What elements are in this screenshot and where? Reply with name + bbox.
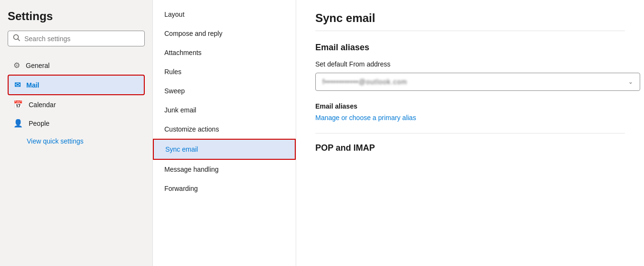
middle-item-compose-reply[interactable]: Compose and reply (153, 24, 296, 43)
middle-item-layout[interactable]: Layout (153, 5, 296, 24)
calendar-icon: 📅 (13, 100, 23, 109)
page-title: Sync email (315, 11, 625, 31)
right-panel: Sync email Email aliases Set default Fro… (296, 0, 644, 266)
people-icon: 👤 (13, 119, 23, 128)
left-panel: Settings ⚙ General ✉ Mail 📅 Calendar 👤 P… (0, 0, 153, 266)
middle-item-sweep[interactable]: Sweep (153, 81, 296, 100)
from-address-dropdown[interactable]: f••••••••••••@outlook.com ⌄ (315, 73, 640, 91)
search-input[interactable] (24, 35, 140, 43)
email-aliases-section-title: Email aliases (315, 43, 625, 53)
middle-item-rules[interactable]: Rules (153, 62, 296, 81)
middle-item-junk-email[interactable]: Junk email (153, 100, 296, 120)
pop-imap-title: POP and IMAP (315, 143, 625, 153)
settings-title: Settings (8, 10, 145, 23)
email-aliases-sub-title: Email aliases (315, 102, 625, 110)
middle-item-attachments[interactable]: Attachments (153, 43, 296, 62)
sidebar-item-label-people: People (29, 120, 50, 127)
view-quick-settings-link[interactable]: View quick settings (8, 133, 145, 150)
middle-panel: Layout Compose and reply Attachments Rul… (153, 0, 296, 266)
from-address-value: f••••••••••••@outlook.com (322, 78, 407, 86)
sidebar-item-label-calendar: Calendar (29, 101, 56, 109)
sidebar-item-general[interactable]: ⚙ General (8, 56, 145, 75)
manage-alias-link[interactable]: Manage or choose a primary alias (315, 114, 625, 122)
middle-item-customize-actions[interactable]: Customize actions (153, 120, 296, 139)
search-box[interactable] (8, 31, 145, 46)
gear-icon: ⚙ (13, 61, 20, 70)
sidebar-item-people[interactable]: 👤 People (8, 114, 145, 133)
set-default-label: Set default From address (315, 60, 625, 68)
middle-item-sync-email[interactable]: Sync email (153, 139, 296, 160)
sidebar-item-label-mail: Mail (26, 81, 39, 89)
sidebar-item-mail[interactable]: ✉ Mail (8, 75, 145, 95)
sidebar-item-calendar[interactable]: 📅 Calendar (8, 95, 145, 114)
sidebar-item-label-general: General (26, 62, 50, 69)
search-icon (13, 34, 21, 43)
mail-icon: ✉ (14, 80, 21, 89)
svg-line-1 (18, 39, 20, 41)
section-divider (315, 133, 625, 133)
middle-item-forwarding[interactable]: Forwarding (153, 179, 296, 198)
chevron-down-icon: ⌄ (628, 78, 633, 85)
middle-item-message-handling[interactable]: Message handling (153, 160, 296, 179)
